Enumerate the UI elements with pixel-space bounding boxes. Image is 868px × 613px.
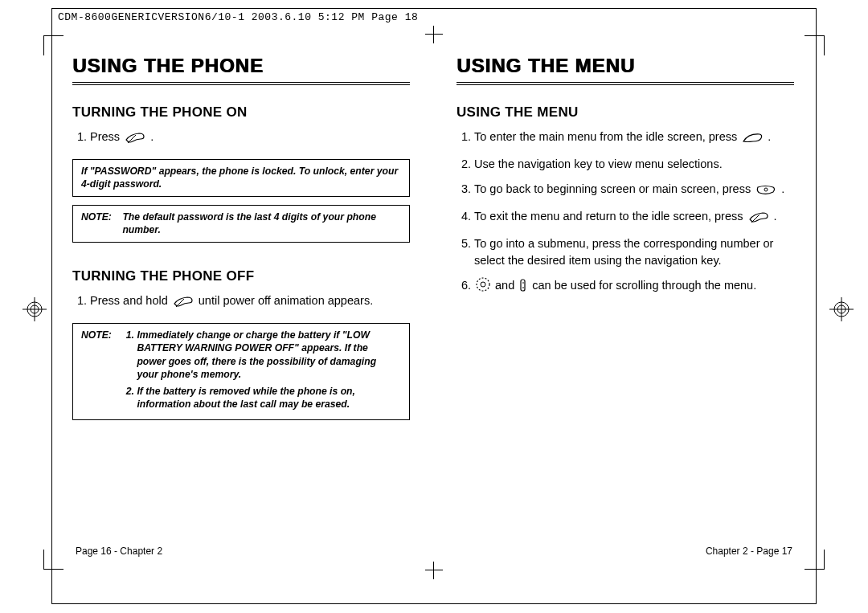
note-text: If "PASSWORD" appears, the phone is lock…	[81, 166, 398, 190]
step-item: To go back to beginning screen or main s…	[474, 181, 794, 200]
step-item: and can be used for scrolling through th…	[474, 277, 794, 296]
note-text: Immediately change or charge the battery…	[137, 329, 399, 382]
left-page: USING THE PHONE TURNING THE PHONE ON Pre…	[72, 48, 410, 428]
registration-mark-icon	[829, 297, 854, 321]
chapter-heading: USING THE MENU	[457, 55, 794, 85]
note-box: If "PASSWORD" appears, the phone is lock…	[72, 159, 410, 197]
step-item: To enter the main menu from the idle scr…	[474, 129, 794, 148]
right-page: USING THE MENU USING THE MENU To enter t…	[457, 48, 794, 428]
step-item: Use the navigation key to view menu sele…	[474, 156, 794, 173]
page-footer: Page 16 - Chapter 2	[76, 546, 162, 557]
registration-mark-icon	[23, 297, 47, 321]
note-label: NOTE:	[81, 329, 120, 341]
section-heading: TURNING THE PHONE ON	[72, 104, 410, 121]
step-list: Press and hold until power off animation…	[72, 292, 410, 312]
note-box: NOTE: Immediately change or charge the b…	[72, 323, 410, 420]
note-box: NOTE: The default password is the last 4…	[72, 205, 410, 243]
nav-key-icon	[476, 277, 490, 296]
clr-key-icon	[755, 183, 776, 200]
step-list: To enter the main menu from the idle scr…	[457, 129, 794, 296]
page-footer: Chapter 2 - Page 17	[706, 546, 792, 557]
note-label: NOTE:	[81, 210, 120, 223]
crop-mark	[43, 35, 63, 55]
softkey-icon	[742, 131, 763, 148]
section-heading: USING THE MENU	[457, 104, 794, 121]
note-text: The default password is the last 4 digit…	[122, 210, 399, 237]
source-file-header: CDM-8600GENERICVERSION6/10-1 2003.6.10 5…	[58, 11, 418, 23]
end-key-icon	[173, 295, 194, 312]
side-key-icon	[519, 279, 527, 296]
step-item: Press and hold until power off animation…	[90, 292, 410, 312]
chapter-heading: USING THE PHONE	[72, 55, 410, 85]
center-cross-icon	[425, 26, 443, 43]
crop-mark	[805, 35, 825, 55]
center-cross-icon	[425, 562, 443, 579]
step-item: To go into a submenu, press the correspo…	[474, 235, 794, 269]
note-text: If the battery is removed while the phon…	[137, 385, 399, 411]
step-item: To exit the menu and return to the idle …	[474, 208, 794, 227]
end-key-icon	[125, 131, 145, 148]
crop-mark	[805, 550, 825, 570]
step-list: Press .	[72, 129, 410, 148]
end-key-icon	[748, 210, 769, 227]
step-item: Press .	[90, 129, 410, 148]
section-heading: TURNING THE PHONE OFF	[72, 268, 410, 284]
crop-mark	[43, 550, 63, 570]
